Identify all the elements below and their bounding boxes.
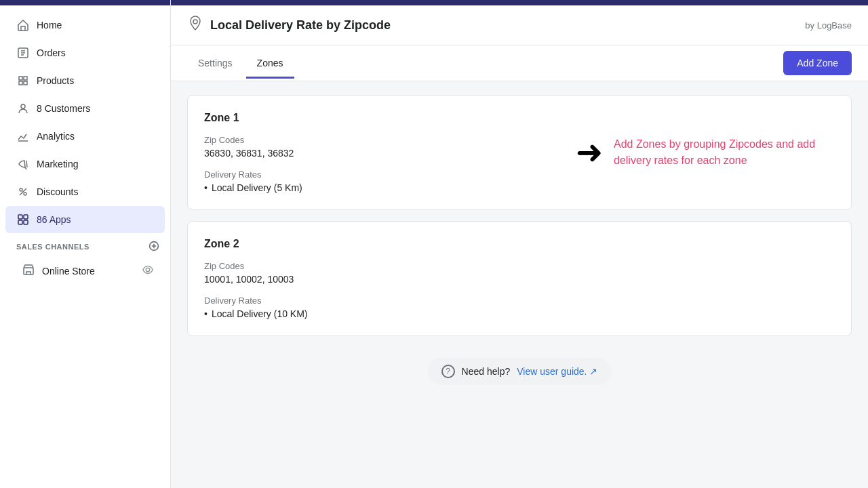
svg-rect-4	[18, 215, 22, 219]
annotation-text: Add Zones by grouping Zipcodes and add d…	[614, 136, 831, 169]
svg-point-2	[20, 188, 22, 191]
app-location-icon	[187, 15, 203, 35]
app-brand: by LogBase	[805, 20, 852, 30]
sales-channels-label: SALES CHANNELS	[16, 243, 90, 251]
sidebar-item-products[interactable]: Products	[5, 67, 165, 94]
top-bar	[171, 0, 868, 5]
svg-point-1	[21, 104, 25, 108]
sidebar: Home Orders Products	[0, 0, 171, 488]
sidebar-item-products-label: Products	[37, 75, 74, 86]
sidebar-item-marketing-label: Marketing	[37, 159, 78, 169]
zone-1-delivery-rates: Local Delivery (5 Km)	[204, 182, 835, 193]
help-text: Need help?	[462, 366, 511, 377]
zone-2-rate-1: Local Delivery (10 KM)	[204, 308, 835, 319]
sidebar-navigation: Home Orders Products	[0, 5, 170, 488]
sidebar-item-apps-label: 86 Apps	[37, 214, 71, 225]
orders-icon	[16, 46, 30, 60]
zone-2-delivery-rates: Local Delivery (10 KM)	[204, 308, 835, 319]
zone-1-rates-label: Delivery Rates	[204, 169, 835, 180]
online-store-label: Online Store	[42, 266, 95, 277]
sidebar-item-customers[interactable]: 8 Customers	[5, 95, 165, 122]
sidebar-top-bar	[0, 0, 170, 5]
svg-rect-7	[24, 220, 28, 224]
zone-1-title: Zone 1	[204, 112, 835, 124]
main-content: Local Delivery Rate by Zipcode by LogBas…	[171, 0, 868, 488]
sidebar-item-orders[interactable]: Orders	[5, 39, 165, 66]
content-area: Zone 1 Zip Codes 36830, 36831, 36832 Del…	[171, 81, 868, 488]
zone-2-zip-label: Zip Codes	[204, 261, 835, 271]
app-title-container: Local Delivery Rate by Zipcode	[187, 15, 805, 35]
analytics-icon	[16, 129, 30, 143]
tab-zones[interactable]: Zones	[246, 48, 294, 79]
apps-icon	[16, 213, 30, 226]
sidebar-item-discounts[interactable]: Discounts	[5, 178, 165, 205]
svg-point-11	[193, 20, 197, 24]
svg-point-10	[146, 268, 149, 271]
home-icon	[16, 18, 30, 32]
help-pill: ? Need help? View user guide. ↗	[428, 358, 612, 385]
sidebar-item-analytics-label: Analytics	[37, 131, 75, 142]
sidebar-item-discounts-label: Discounts	[37, 186, 78, 197]
sidebar-item-customers-label: 8 Customers	[37, 103, 90, 114]
zone-2-rates-label: Delivery Rates	[204, 296, 835, 306]
zone-2-title: Zone 2	[204, 238, 835, 250]
view-user-guide-link[interactable]: View user guide. ↗	[517, 366, 597, 377]
customers-icon	[16, 102, 30, 115]
sales-channels-header: SALES CHANNELS	[0, 234, 170, 257]
zone-2-zip-value: 10001, 10002, 10003	[204, 274, 835, 285]
store-icon	[22, 263, 35, 279]
app-title: Local Delivery Rate by Zipcode	[210, 18, 391, 33]
svg-rect-5	[24, 215, 28, 219]
annotation: ➜ Add Zones by grouping Zipcodes and add…	[576, 136, 831, 169]
zone-1-card: Zone 1 Zip Codes 36830, 36831, 36832 Del…	[187, 95, 852, 210]
sidebar-item-marketing[interactable]: Marketing	[5, 150, 165, 178]
discounts-icon	[16, 185, 30, 199]
tabs-bar: Settings Zones Add Zone	[171, 45, 868, 81]
app-header: Local Delivery Rate by Zipcode by LogBas…	[171, 5, 868, 45]
sidebar-item-home[interactable]: Home	[5, 12, 165, 39]
add-zone-button[interactable]: Add Zone	[783, 51, 852, 75]
svg-rect-9	[24, 268, 33, 274]
sidebar-item-analytics[interactable]: Analytics	[5, 123, 165, 150]
add-sales-channel-button[interactable]	[149, 241, 159, 253]
eye-icon[interactable]	[142, 264, 154, 278]
help-bar: ? Need help? View user guide. ↗	[187, 347, 852, 396]
help-icon: ?	[441, 365, 455, 378]
svg-rect-6	[18, 220, 22, 224]
sidebar-item-orders-label: Orders	[37, 47, 66, 58]
zone-2-card: Zone 2 Zip Codes 10001, 10002, 10003 Del…	[187, 221, 852, 336]
sidebar-item-online-store[interactable]: Online Store	[5, 258, 165, 284]
marketing-icon	[16, 157, 30, 171]
products-icon	[16, 74, 30, 87]
zone-1-rate-1: Local Delivery (5 Km)	[204, 182, 835, 193]
svg-point-3	[24, 192, 26, 195]
tab-settings[interactable]: Settings	[187, 48, 243, 79]
sidebar-item-apps[interactable]: 86 Apps	[5, 206, 165, 233]
annotation-arrow: ➜	[576, 136, 603, 169]
sidebar-item-home-label: Home	[37, 20, 62, 30]
